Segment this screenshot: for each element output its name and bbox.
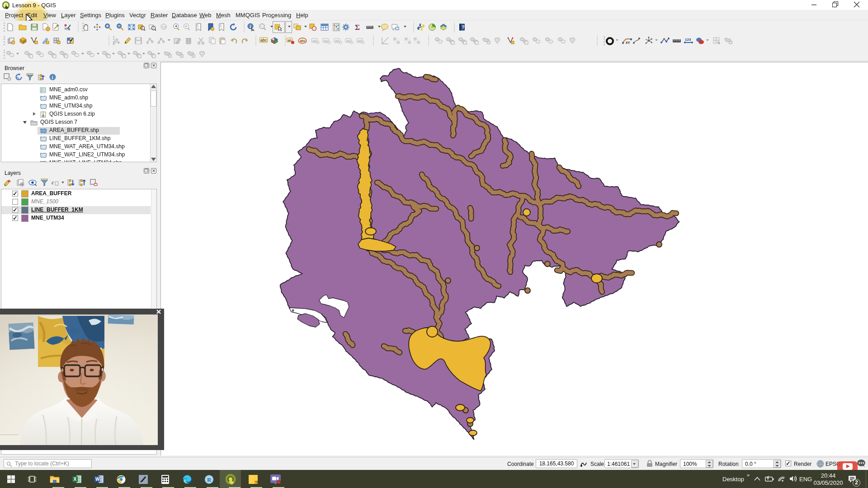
svg-text:R: R [207,476,212,483]
svg-text:abc: abc [300,39,306,43]
svg-text:ab: ab [324,39,328,43]
svg-text:i: i [250,24,251,29]
svg-text:XY: XY [626,41,630,44]
svg-text:ab: ab [335,39,339,43]
svg-text:abc: abc [260,38,267,42]
svg-text:ab: ab [358,39,362,43]
svg-text:ab: ab [346,39,350,43]
svg-text:i: i [52,75,53,80]
svg-text:W: W [95,477,100,482]
svg-text:ab: ab [288,38,292,42]
svg-text:?: ? [462,24,465,30]
svg-text:a: a [68,27,70,31]
svg-text:ε: ε [52,179,54,186]
svg-text:1:1: 1:1 [162,25,166,28]
svg-text:X: X [74,477,77,482]
svg-text:123: 123 [685,38,691,42]
svg-text:Σ: Σ [355,23,360,31]
svg-text:ab: ab [312,39,316,43]
